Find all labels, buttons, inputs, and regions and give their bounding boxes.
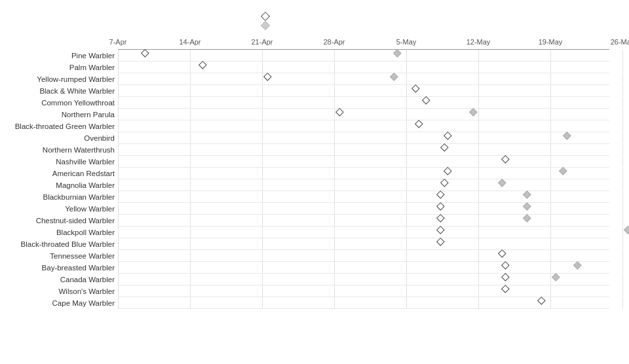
grid-line — [190, 50, 191, 61]
avg-marker — [436, 202, 445, 211]
grid-line — [622, 262, 623, 273]
avg-marker — [411, 84, 419, 93]
data-row: Yellow Warbler — [118, 203, 609, 215]
grid-line — [190, 215, 191, 226]
avg-marker — [422, 96, 430, 105]
grid-line — [118, 238, 119, 249]
grid-line — [262, 227, 263, 238]
grid-line — [622, 132, 623, 143]
grid-line — [334, 156, 335, 167]
grid-line — [334, 285, 335, 297]
grid-line — [550, 238, 551, 249]
grid-line — [406, 120, 407, 132]
data-row: Black & White Warbler — [118, 85, 609, 97]
species-label: Black-throated Blue Warbler — [13, 240, 115, 248]
grid-line — [118, 203, 119, 214]
grid-line — [118, 168, 119, 179]
grid-line — [334, 215, 335, 226]
grid-line — [622, 85, 623, 96]
grid-line — [190, 274, 191, 285]
grid-line — [478, 238, 479, 249]
grid-line — [550, 227, 551, 238]
grid-line — [550, 97, 551, 108]
species-label: Canada Warbler — [13, 276, 115, 283]
grid-line — [406, 297, 407, 308]
avg-marker — [335, 108, 344, 117]
grid-line — [334, 120, 335, 132]
species-label: Wilson's Warbler — [13, 287, 115, 295]
grid-line — [334, 73, 335, 84]
species-label: Tennessee Warbler — [13, 252, 115, 260]
grid-line — [406, 168, 407, 179]
grid-line — [406, 97, 407, 108]
grid-line — [262, 250, 263, 261]
grid-line — [622, 156, 623, 167]
grid-line — [190, 297, 191, 308]
y2020-marker — [393, 49, 402, 58]
grid-line — [406, 203, 407, 214]
grid-line — [622, 109, 623, 120]
grid-line — [190, 262, 191, 273]
species-label: Yellow-rumped Warbler — [13, 75, 115, 83]
data-row: Northern Waterthrush — [118, 144, 609, 156]
grid-line — [622, 179, 623, 191]
grid-line — [190, 238, 191, 249]
grid-line — [622, 285, 623, 297]
species-label: Black-throated Green Warbler — [13, 122, 115, 130]
grid-line — [550, 297, 551, 308]
legend-2020-icon — [261, 21, 270, 30]
grid-line — [118, 250, 119, 261]
grid-line — [118, 144, 119, 155]
grid-line — [478, 297, 479, 308]
grid-line — [262, 50, 263, 61]
grid-line — [550, 285, 551, 297]
grid-line — [478, 132, 479, 143]
species-label: Chestnut-sided Warbler — [13, 217, 115, 225]
y2020-marker — [552, 273, 560, 282]
species-label: Blackpoll Warbler — [13, 228, 115, 236]
data-row: Nashville Warbler — [118, 156, 609, 168]
chart-container: 7-Apr14-Apr21-Apr28-Apr5-May12-May19-May… — [0, 0, 629, 364]
legend-avg-icon — [261, 12, 270, 21]
grid-line — [190, 120, 191, 132]
data-row: Ovenbird — [118, 132, 609, 144]
grid-line — [118, 85, 119, 96]
grid-line — [622, 50, 623, 61]
grid-line — [334, 97, 335, 108]
grid-line — [190, 62, 191, 73]
grid-line — [478, 50, 479, 61]
grid-line — [190, 203, 191, 214]
grid-line — [190, 285, 191, 297]
data-row: Palm Warbler — [118, 62, 609, 73]
avg-marker — [537, 297, 546, 305]
axis-label-3: 28-Apr — [323, 38, 345, 46]
grid-line — [118, 73, 119, 84]
grid-line — [478, 156, 479, 167]
grid-line — [622, 191, 623, 202]
avg-marker — [501, 285, 510, 293]
y2020-marker — [523, 214, 531, 223]
species-label: Black & White Warbler — [13, 87, 115, 95]
avg-marker — [436, 214, 445, 223]
grid-line — [262, 238, 263, 249]
grid-line — [334, 297, 335, 308]
grid-line — [190, 132, 191, 143]
grid-line — [406, 262, 407, 273]
grid-line — [478, 73, 479, 84]
species-label: Nashville Warbler — [13, 158, 115, 166]
grid-line — [118, 191, 119, 202]
grid-line — [406, 132, 407, 143]
avg-marker — [497, 249, 506, 258]
grid-line — [550, 156, 551, 167]
grid-line — [550, 215, 551, 226]
grid-line — [262, 215, 263, 226]
legend-avg — [262, 13, 274, 20]
grid-line — [478, 179, 479, 191]
grid-line — [262, 156, 263, 167]
data-row: American Redstart — [118, 168, 609, 179]
grid-line — [262, 179, 263, 191]
avg-marker — [501, 155, 510, 164]
legend-2020 — [262, 22, 274, 29]
grid-line — [478, 285, 479, 297]
grid-line — [550, 179, 551, 191]
